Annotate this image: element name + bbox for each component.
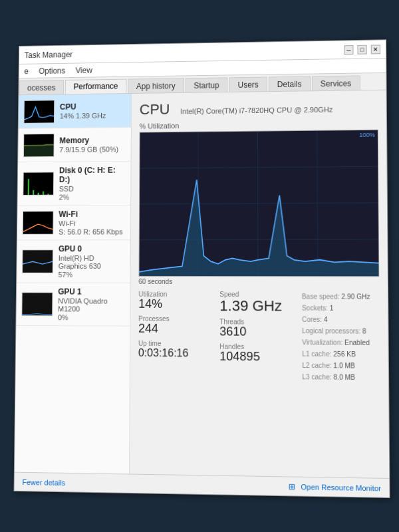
memory-sub: 7.9/15.9 GB (50%) — [59, 145, 126, 154]
sidebar-item-gpu0[interactable]: GPU 0 Intel(R) HD Graphics 630 57% — [17, 240, 130, 283]
wifi-sub1: Wi-Fi — [59, 219, 125, 227]
wifi-sub2: S: 56.0 R: 656 Kbps — [59, 227, 125, 235]
gpu0-sub2: 57% — [59, 271, 125, 279]
svg-marker-0 — [24, 144, 54, 156]
gpu0-mini-graph — [22, 249, 53, 273]
sidebar: CPU 14% 1.39 GHz Memory 7.9/15.9 GB (50%… — [15, 94, 132, 474]
cpu-mini-graph — [24, 100, 55, 124]
disk0-label: Disk 0 (C: H: E: D:) — [59, 166, 126, 184]
wifi-mini-graph — [23, 211, 54, 235]
uptime-value: 0:03:16:16 — [138, 346, 214, 358]
maximize-button[interactable]: □ — [357, 45, 366, 54]
utilization-value: 14% — [138, 298, 214, 311]
open-resource-monitor-link[interactable]: Open Resource Monitor — [301, 482, 381, 491]
tab-startup[interactable]: Startup — [186, 77, 228, 92]
fewer-details-link[interactable]: Fewer details — [22, 477, 65, 486]
window-title: Task Manager — [25, 50, 73, 60]
memory-sidebar-info: Memory 7.9/15.9 GB (50%) — [59, 136, 126, 154]
cpu-label: CPU — [60, 102, 126, 112]
sockets-row: Sockets: 1 — [302, 303, 380, 315]
stat-speed: Speed 1.39 GHz — [219, 291, 297, 315]
disk0-mini-graph — [23, 172, 54, 196]
stat-group-right: Base speed: 2.90 GHz Sockets: 1 Cores: 4… — [302, 291, 380, 383]
content-area: CPU 14% 1.39 GHz Memory 7.9/15.9 GB (50%… — [15, 90, 389, 478]
stat-uptime: Up time 0:03:16:16 — [138, 339, 214, 359]
gpu1-sub1: NVIDIA Quadro M1200 — [58, 297, 125, 313]
tab-details[interactable]: Details — [269, 76, 311, 92]
tab-processes[interactable]: ocesses — [19, 80, 64, 94]
memory-mini-graph — [23, 133, 55, 157]
logical-row: Logical processors: 8 — [302, 325, 380, 337]
tab-services[interactable]: Services — [312, 75, 360, 90]
tab-performance[interactable]: Performance — [65, 79, 126, 94]
sidebar-item-disk0[interactable]: Disk 0 (C: H: E: D:) SSD 2% — [17, 162, 130, 206]
minimize-button[interactable]: ─ — [344, 45, 353, 55]
gpu1-sub2: 0% — [58, 313, 124, 321]
cpu-header: CPU Intel(R) Core(TM) i7-7820HQ CPU @ 2.… — [140, 98, 378, 118]
cpu-sidebar-info: CPU 14% 1.39 GHz — [60, 102, 126, 120]
menu-options[interactable]: Options — [39, 66, 65, 75]
stat-processes: Processes 244 — [138, 315, 214, 336]
gpu0-sidebar-info: GPU 0 Intel(R) HD Graphics 630 57% — [59, 244, 125, 279]
cpu-main-panel: CPU Intel(R) Core(TM) i7-7820HQ CPU @ 2.… — [130, 90, 389, 478]
speed-value: 1.39 GHz — [219, 298, 297, 315]
l3-row: L3 cache: 8.0 MB — [302, 371, 380, 383]
chart-max: 100% — [359, 132, 375, 138]
sidebar-item-gpu1[interactable]: GPU 1 NVIDIA Quadro M1200 0% — [16, 283, 130, 327]
svg-line-8 — [140, 239, 378, 240]
stat-threads: Threads 3610 — [219, 318, 297, 339]
wifi-sidebar-info: Wi-Fi Wi-Fi S: 56.0 R: 656 Kbps — [59, 209, 125, 236]
stat-group-mid: Speed 1.39 GHz Threads 3610 Handles 1048… — [219, 291, 297, 382]
cpu-sub: 14% 1.39 GHz — [60, 111, 126, 120]
menu-view[interactable]: View — [76, 66, 92, 75]
svg-line-6 — [140, 166, 378, 168]
virt-row: Virtualization: Enabled — [302, 336, 380, 348]
disk0-sidebar-info: Disk 0 (C: H: E: D:) SSD 2% — [59, 166, 126, 201]
cpu-model: Intel(R) Core(TM) i7-7820HQ CPU @ 2.90GH… — [180, 106, 332, 116]
stat-utilization: Utilization 14% — [138, 291, 214, 311]
stat-group-left: Utilization 14% Processes 244 Up time 0:… — [138, 291, 215, 382]
l2-row: L2 cache: 1.0 MB — [302, 360, 380, 372]
threads-value: 3610 — [219, 326, 297, 340]
tab-users[interactable]: Users — [229, 76, 267, 91]
window-controls: ─ □ ✕ — [344, 45, 380, 55]
cpu-title: CPU — [140, 101, 170, 118]
stat-handles: Handles 104895 — [219, 343, 297, 364]
uptime-label: Up time — [138, 339, 214, 347]
disk0-sub1: SSD — [59, 184, 126, 192]
tab-app-history[interactable]: App history — [128, 78, 184, 93]
resource-monitor-icon: ⊞ — [289, 481, 295, 491]
chart-label: % Utilization — [140, 120, 378, 130]
gpu0-label: GPU 0 — [59, 244, 125, 253]
gpu1-mini-graph — [21, 292, 53, 316]
wifi-label: Wi-Fi — [59, 209, 125, 219]
sidebar-item-memory[interactable]: Memory 7.9/15.9 GB (50%) — [18, 128, 131, 162]
cores-row: Cores: 4 — [302, 314, 380, 326]
gpu1-sidebar-info: GPU 1 NVIDIA Quadro M1200 0% — [58, 287, 125, 322]
sidebar-item-cpu[interactable]: CPU 14% 1.39 GHz — [19, 94, 131, 129]
handles-value: 104895 — [219, 350, 297, 364]
gpu1-label: GPU 1 — [58, 287, 124, 297]
chart-time: 60 seconds — [138, 278, 379, 286]
svg-line-7 — [140, 203, 378, 204]
gpu0-sub1: Intel(R) HD Graphics 630 — [59, 254, 125, 270]
svg-line-11 — [317, 131, 318, 276]
base-speed-row: Base speed: 2.90 GHz — [302, 291, 380, 303]
processes-value: 244 — [138, 323, 214, 336]
memory-label: Memory — [59, 136, 126, 146]
chart-time-left: 60 seconds — [138, 278, 172, 285]
task-manager-window: Task Manager ─ □ ✕ e Options View ocesse… — [14, 39, 390, 498]
sidebar-item-wifi[interactable]: Wi-Fi Wi-Fi S: 56.0 R: 656 Kbps — [17, 205, 130, 241]
disk0-sub2: 2% — [59, 193, 126, 201]
cpu-chart: 100% — [138, 130, 379, 277]
menu-file[interactable]: e — [24, 66, 29, 76]
l1-row: L1 cache: 256 KB — [302, 348, 380, 360]
close-button[interactable]: ✕ — [371, 45, 380, 54]
stats-grid: Utilization 14% Processes 244 Up time 0:… — [138, 291, 380, 384]
